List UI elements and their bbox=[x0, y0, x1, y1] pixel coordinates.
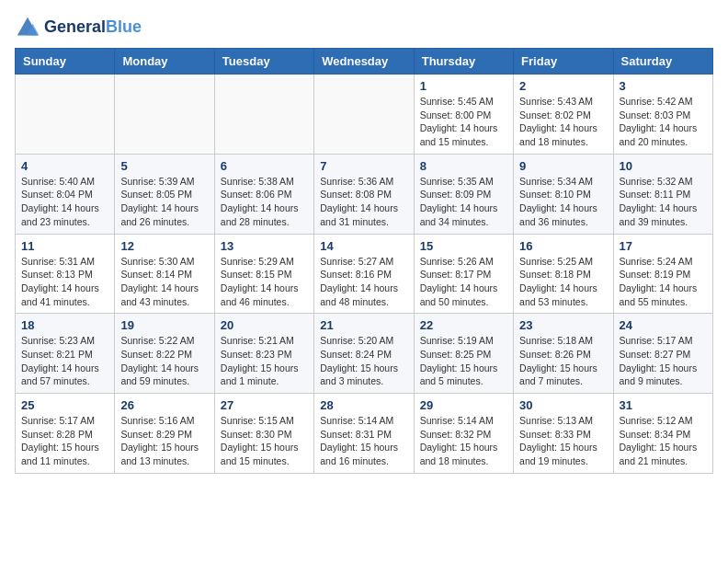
calendar-cell: 24Sunrise: 5:17 AM Sunset: 8:27 PM Dayli… bbox=[613, 314, 712, 394]
day-number: 15 bbox=[420, 239, 507, 253]
day-number: 2 bbox=[519, 79, 607, 93]
calendar-cell: 19Sunrise: 5:22 AM Sunset: 8:22 PM Dayli… bbox=[115, 314, 214, 394]
calendar-cell bbox=[214, 75, 313, 155]
calendar-cell: 4Sunrise: 5:40 AM Sunset: 8:04 PM Daylig… bbox=[16, 154, 115, 234]
day-info: Sunrise: 5:30 AM Sunset: 8:14 PM Dayligh… bbox=[120, 255, 208, 309]
calendar-cell: 12Sunrise: 5:30 AM Sunset: 8:14 PM Dayli… bbox=[115, 234, 214, 314]
day-number: 1 bbox=[420, 79, 507, 93]
day-number: 16 bbox=[519, 239, 607, 253]
day-number: 31 bbox=[620, 398, 707, 412]
day-number: 25 bbox=[21, 398, 108, 412]
calendar-cell: 6Sunrise: 5:38 AM Sunset: 8:06 PM Daylig… bbox=[214, 154, 313, 234]
day-info: Sunrise: 5:29 AM Sunset: 8:15 PM Dayligh… bbox=[221, 255, 308, 309]
day-info: Sunrise: 5:36 AM Sunset: 8:08 PM Dayligh… bbox=[320, 175, 407, 229]
day-info: Sunrise: 5:21 AM Sunset: 8:23 PM Dayligh… bbox=[221, 334, 308, 388]
day-number: 6 bbox=[221, 159, 308, 173]
day-number: 24 bbox=[620, 318, 707, 332]
day-info: Sunrise: 5:26 AM Sunset: 8:17 PM Dayligh… bbox=[420, 255, 507, 309]
calendar-cell: 26Sunrise: 5:16 AM Sunset: 8:29 PM Dayli… bbox=[115, 394, 214, 474]
calendar-cell bbox=[314, 75, 414, 155]
logo-icon bbox=[15, 15, 40, 40]
day-info: Sunrise: 5:12 AM Sunset: 8:34 PM Dayligh… bbox=[620, 414, 707, 468]
day-info: Sunrise: 5:32 AM Sunset: 8:11 PM Dayligh… bbox=[620, 175, 707, 229]
calendar-cell: 29Sunrise: 5:14 AM Sunset: 8:32 PM Dayli… bbox=[414, 394, 513, 474]
calendar-cell: 21Sunrise: 5:20 AM Sunset: 8:24 PM Dayli… bbox=[314, 314, 414, 394]
day-info: Sunrise: 5:14 AM Sunset: 8:31 PM Dayligh… bbox=[320, 414, 407, 468]
day-info: Sunrise: 5:18 AM Sunset: 8:26 PM Dayligh… bbox=[519, 334, 607, 388]
day-info: Sunrise: 5:17 AM Sunset: 8:27 PM Dayligh… bbox=[620, 334, 707, 388]
calendar-cell: 30Sunrise: 5:13 AM Sunset: 8:33 PM Dayli… bbox=[514, 394, 613, 474]
day-info: Sunrise: 5:17 AM Sunset: 8:28 PM Dayligh… bbox=[21, 414, 108, 468]
calendar-cell: 10Sunrise: 5:32 AM Sunset: 8:11 PM Dayli… bbox=[613, 154, 712, 234]
calendar-cell: 18Sunrise: 5:23 AM Sunset: 8:21 PM Dayli… bbox=[16, 314, 115, 394]
day-header-thursday: Thursday bbox=[414, 49, 513, 75]
day-number: 18 bbox=[21, 318, 108, 332]
day-number: 27 bbox=[221, 398, 308, 412]
calendar-header-row: SundayMondayTuesdayWednesdayThursdayFrid… bbox=[16, 49, 713, 75]
calendar-week-4: 25Sunrise: 5:17 AM Sunset: 8:28 PM Dayli… bbox=[16, 394, 713, 474]
calendar-cell: 1Sunrise: 5:45 AM Sunset: 8:00 PM Daylig… bbox=[414, 75, 513, 155]
day-info: Sunrise: 5:23 AM Sunset: 8:21 PM Dayligh… bbox=[21, 334, 108, 388]
calendar-cell: 17Sunrise: 5:24 AM Sunset: 8:19 PM Dayli… bbox=[613, 234, 712, 314]
day-number: 11 bbox=[21, 239, 108, 253]
day-number: 20 bbox=[221, 318, 308, 332]
day-number: 23 bbox=[519, 318, 607, 332]
day-info: Sunrise: 5:15 AM Sunset: 8:30 PM Dayligh… bbox=[221, 414, 308, 468]
calendar-cell: 22Sunrise: 5:19 AM Sunset: 8:25 PM Dayli… bbox=[414, 314, 513, 394]
day-number: 28 bbox=[320, 398, 407, 412]
day-number: 5 bbox=[120, 159, 208, 173]
calendar-week-2: 11Sunrise: 5:31 AM Sunset: 8:13 PM Dayli… bbox=[16, 234, 713, 314]
day-number: 30 bbox=[519, 398, 607, 412]
calendar-cell: 20Sunrise: 5:21 AM Sunset: 8:23 PM Dayli… bbox=[214, 314, 313, 394]
logo: GeneralBlue bbox=[15, 15, 142, 40]
day-number: 14 bbox=[320, 239, 407, 253]
day-header-friday: Friday bbox=[514, 49, 613, 75]
day-header-saturday: Saturday bbox=[613, 49, 712, 75]
day-info: Sunrise: 5:16 AM Sunset: 8:29 PM Dayligh… bbox=[120, 414, 208, 468]
calendar-cell: 15Sunrise: 5:26 AM Sunset: 8:17 PM Dayli… bbox=[414, 234, 513, 314]
day-header-tuesday: Tuesday bbox=[214, 49, 313, 75]
calendar-cell: 7Sunrise: 5:36 AM Sunset: 8:08 PM Daylig… bbox=[314, 154, 414, 234]
day-number: 3 bbox=[620, 79, 707, 93]
day-number: 29 bbox=[420, 398, 507, 412]
day-info: Sunrise: 5:27 AM Sunset: 8:16 PM Dayligh… bbox=[320, 255, 407, 309]
day-number: 19 bbox=[120, 318, 208, 332]
calendar-cell: 3Sunrise: 5:42 AM Sunset: 8:03 PM Daylig… bbox=[613, 75, 712, 155]
day-info: Sunrise: 5:31 AM Sunset: 8:13 PM Dayligh… bbox=[21, 255, 108, 309]
calendar-table: SundayMondayTuesdayWednesdayThursdayFrid… bbox=[15, 48, 713, 474]
day-number: 7 bbox=[320, 159, 407, 173]
day-info: Sunrise: 5:43 AM Sunset: 8:02 PM Dayligh… bbox=[519, 95, 607, 149]
day-number: 12 bbox=[120, 239, 208, 253]
calendar-cell: 31Sunrise: 5:12 AM Sunset: 8:34 PM Dayli… bbox=[613, 394, 712, 474]
calendar-week-0: 1Sunrise: 5:45 AM Sunset: 8:00 PM Daylig… bbox=[16, 75, 713, 155]
day-header-sunday: Sunday bbox=[16, 49, 115, 75]
day-number: 17 bbox=[620, 239, 707, 253]
page-header: GeneralBlue bbox=[15, 15, 713, 40]
day-info: Sunrise: 5:38 AM Sunset: 8:06 PM Dayligh… bbox=[221, 175, 308, 229]
calendar-week-1: 4Sunrise: 5:40 AM Sunset: 8:04 PM Daylig… bbox=[16, 154, 713, 234]
calendar-cell: 27Sunrise: 5:15 AM Sunset: 8:30 PM Dayli… bbox=[214, 394, 313, 474]
day-info: Sunrise: 5:22 AM Sunset: 8:22 PM Dayligh… bbox=[120, 334, 208, 388]
calendar-cell bbox=[115, 75, 214, 155]
day-info: Sunrise: 5:39 AM Sunset: 8:05 PM Dayligh… bbox=[120, 175, 208, 229]
day-number: 21 bbox=[320, 318, 407, 332]
calendar-cell bbox=[16, 75, 115, 155]
day-number: 10 bbox=[620, 159, 707, 173]
day-number: 26 bbox=[120, 398, 208, 412]
day-header-wednesday: Wednesday bbox=[314, 49, 414, 75]
day-info: Sunrise: 5:34 AM Sunset: 8:10 PM Dayligh… bbox=[519, 175, 607, 229]
day-info: Sunrise: 5:35 AM Sunset: 8:09 PM Dayligh… bbox=[420, 175, 507, 229]
day-info: Sunrise: 5:40 AM Sunset: 8:04 PM Dayligh… bbox=[21, 175, 108, 229]
day-info: Sunrise: 5:13 AM Sunset: 8:33 PM Dayligh… bbox=[519, 414, 607, 468]
day-info: Sunrise: 5:20 AM Sunset: 8:24 PM Dayligh… bbox=[320, 334, 407, 388]
calendar-cell: 2Sunrise: 5:43 AM Sunset: 8:02 PM Daylig… bbox=[514, 75, 613, 155]
day-info: Sunrise: 5:19 AM Sunset: 8:25 PM Dayligh… bbox=[420, 334, 507, 388]
day-number: 4 bbox=[21, 159, 108, 173]
calendar-week-3: 18Sunrise: 5:23 AM Sunset: 8:21 PM Dayli… bbox=[16, 314, 713, 394]
calendar-cell: 11Sunrise: 5:31 AM Sunset: 8:13 PM Dayli… bbox=[16, 234, 115, 314]
calendar-cell: 13Sunrise: 5:29 AM Sunset: 8:15 PM Dayli… bbox=[214, 234, 313, 314]
calendar-cell: 16Sunrise: 5:25 AM Sunset: 8:18 PM Dayli… bbox=[514, 234, 613, 314]
day-number: 13 bbox=[221, 239, 308, 253]
calendar-cell: 23Sunrise: 5:18 AM Sunset: 8:26 PM Dayli… bbox=[514, 314, 613, 394]
logo-text: GeneralBlue bbox=[44, 18, 142, 37]
